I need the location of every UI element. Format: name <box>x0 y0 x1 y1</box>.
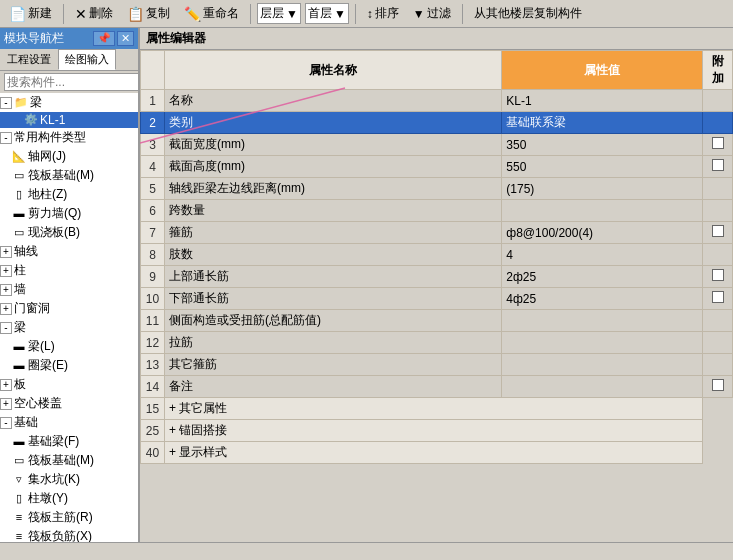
panel-pin-button[interactable]: 📌 <box>93 31 115 46</box>
row-num-10: 11 <box>141 310 165 332</box>
panel-close-button[interactable]: ✕ <box>117 31 134 46</box>
tree-item-column-pier[interactable]: ▯ 柱墩(Y) <box>0 489 138 508</box>
prop-checkbox-2[interactable] <box>712 137 724 149</box>
properties-header: 属性编辑器 <box>140 28 733 50</box>
row-num-15: 25 <box>141 420 165 442</box>
tree-item-beam-l[interactable]: ▬ 梁(L) <box>0 337 138 356</box>
tree-toggle-slab[interactable]: + <box>0 379 12 391</box>
search-input[interactable] <box>4 73 140 91</box>
prop-value-8[interactable]: 2ф25 <box>502 266 703 288</box>
new-button[interactable]: 📄 新建 <box>4 2 57 25</box>
toolbar-sep-3 <box>355 4 356 24</box>
tree-item-axis[interactable]: 📐 轴网(J) <box>0 147 138 166</box>
tree-toggle-column[interactable]: + <box>0 265 12 277</box>
tree-item-foundation[interactable]: - 基础 <box>0 413 138 432</box>
prop-checkbox-13[interactable] <box>712 379 724 391</box>
raft2-icon: ▭ <box>12 454 26 468</box>
tree-item-ring-beam[interactable]: ▬ 圈梁(E) <box>0 356 138 375</box>
tree-item-hollow[interactable]: + 空心楼盖 <box>0 394 138 413</box>
tree-toggle-beam2[interactable]: - <box>0 322 12 334</box>
tree-toggle-common[interactable]: - <box>0 132 12 144</box>
prop-checkbox-9[interactable] <box>712 291 724 303</box>
tree-item-raft-base2[interactable]: ▭ 筏板基础(M) <box>0 451 138 470</box>
prop-value-4[interactable]: (175) <box>502 178 703 200</box>
prop-name-9: 下部通长筋 <box>165 288 502 310</box>
tree-item-beam-group[interactable]: - 📁 梁 <box>0 93 138 112</box>
tree-item-shear-wall[interactable]: ▬ 剪力墙(Q) <box>0 204 138 223</box>
tree-item-beam[interactable]: - 梁 <box>0 318 138 337</box>
left-panel: 模块导航栏 📌 ✕ 工程设置 绘图输入 🔍 - 📁 梁 <box>0 28 140 542</box>
row-num-13: 14 <box>141 376 165 398</box>
row-num-5: 6 <box>141 200 165 222</box>
tree-toggle-beam[interactable]: - <box>0 97 12 109</box>
prop-name-13: 备注 <box>165 376 502 398</box>
tree-toggle-openings[interactable]: + <box>0 303 12 315</box>
prop-checkbox-3[interactable] <box>712 159 724 171</box>
prop-name-14[interactable]: + 其它属性 <box>165 398 703 420</box>
tree-item-axis-line[interactable]: + 轴线 <box>0 242 138 261</box>
tree-item-raft-neg-bar[interactable]: ≡ 筏板负筋(X) <box>0 527 138 542</box>
prop-value-2[interactable]: 350 <box>502 134 703 156</box>
prop-name-16[interactable]: + 显示样式 <box>165 442 703 464</box>
copy-from-floor-button[interactable]: 从其他楼层复制构件 <box>469 2 587 25</box>
tab-drawing-input[interactable]: 绘图输入 <box>58 49 116 70</box>
prop-value-12[interactable] <box>502 354 703 376</box>
tree-item-common-types[interactable]: - 常用构件类型 <box>0 128 138 147</box>
row-num-0: 1 <box>141 90 165 112</box>
col-num-header <box>141 51 165 90</box>
tree-item-sump[interactable]: ▿ 集水坑(K) <box>0 470 138 489</box>
prop-value-9[interactable]: 4ф25 <box>502 288 703 310</box>
prop-checkbox-8[interactable] <box>712 269 724 281</box>
prop-add-10 <box>703 310 733 332</box>
prop-add-4 <box>703 178 733 200</box>
prop-name-7: 肢数 <box>165 244 502 266</box>
tree-toggle-wall[interactable]: + <box>0 284 12 296</box>
tree-item-slab[interactable]: + 板 <box>0 375 138 394</box>
tree-item-column[interactable]: + 柱 <box>0 261 138 280</box>
prop-value-0[interactable]: KL-1 <box>502 90 703 112</box>
main-toolbar: 📄 新建 ✕ 删除 📋 复制 ✏️ 重命名 层层 ▼ 首层 ▼ ↕ 排序 ▼ 过… <box>0 0 733 28</box>
copy-button[interactable]: 📋 复制 <box>122 2 175 25</box>
prop-value-7[interactable]: 4 <box>502 244 703 266</box>
prop-value-6[interactable]: ф8@100/200(4) <box>502 222 703 244</box>
filter-button[interactable]: ▼ 过滤 <box>408 2 456 25</box>
prop-value-13[interactable] <box>502 376 703 398</box>
properties-table-wrap: 属性名称 属性值 附加 1名称KL-12类别基础联系梁3截面宽度(mm)3504… <box>140 50 733 542</box>
prop-name-15[interactable]: + 锚固搭接 <box>165 420 703 442</box>
tree-item-wall[interactable]: + 墙 <box>0 280 138 299</box>
prop-add-9 <box>703 288 733 310</box>
tab-project-settings[interactable]: 工程设置 <box>0 49 58 70</box>
tree-toggle-hollow[interactable]: + <box>0 398 12 410</box>
tree-item-cast-slab[interactable]: ▭ 现浇板(B) <box>0 223 138 242</box>
tree-item-kl1[interactable]: ⚙️ KL-1 <box>0 112 138 128</box>
tree-item-gcol[interactable]: ▯ 地柱(Z) <box>0 185 138 204</box>
raft-main-bar-icon: ≡ <box>12 511 26 525</box>
rename-button[interactable]: ✏️ 重命名 <box>179 2 244 25</box>
prop-value-5[interactable] <box>502 200 703 222</box>
tree-item-foundation-beam[interactable]: ▬ 基础梁(F) <box>0 432 138 451</box>
row-num-6: 7 <box>141 222 165 244</box>
foundation-beam-icon: ▬ <box>12 435 26 449</box>
prop-add-1 <box>703 112 733 134</box>
prop-name-11: 拉筋 <box>165 332 502 354</box>
prop-name-8: 上部通长筋 <box>165 266 502 288</box>
prop-value-11[interactable] <box>502 332 703 354</box>
new-icon: 📄 <box>9 6 26 22</box>
first-layer-dropdown[interactable]: 首层 ▼ <box>305 3 349 24</box>
prop-value-1[interactable]: 基础联系梁 <box>502 112 703 134</box>
sump-icon: ▿ <box>12 473 26 487</box>
sort-button[interactable]: ↕ 排序 <box>362 2 404 25</box>
layer-dropdown[interactable]: 层层 ▼ <box>257 3 301 24</box>
prop-value-10[interactable] <box>502 310 703 332</box>
prop-add-11 <box>703 332 733 354</box>
tree-toggle-foundation[interactable]: - <box>0 417 12 429</box>
tree-item-raft-main-bar[interactable]: ≡ 筏板主筋(R) <box>0 508 138 527</box>
tree-item-openings[interactable]: + 门窗洞 <box>0 299 138 318</box>
delete-button[interactable]: ✕ 删除 <box>70 2 118 25</box>
tree-item-raft-base[interactable]: ▭ 筏板基础(M) <box>0 166 138 185</box>
prop-name-12: 其它箍筋 <box>165 354 502 376</box>
tree-toggle-axis-line[interactable]: + <box>0 246 12 258</box>
prop-checkbox-6[interactable] <box>712 225 724 237</box>
prop-add-6 <box>703 222 733 244</box>
prop-value-3[interactable]: 550 <box>502 156 703 178</box>
